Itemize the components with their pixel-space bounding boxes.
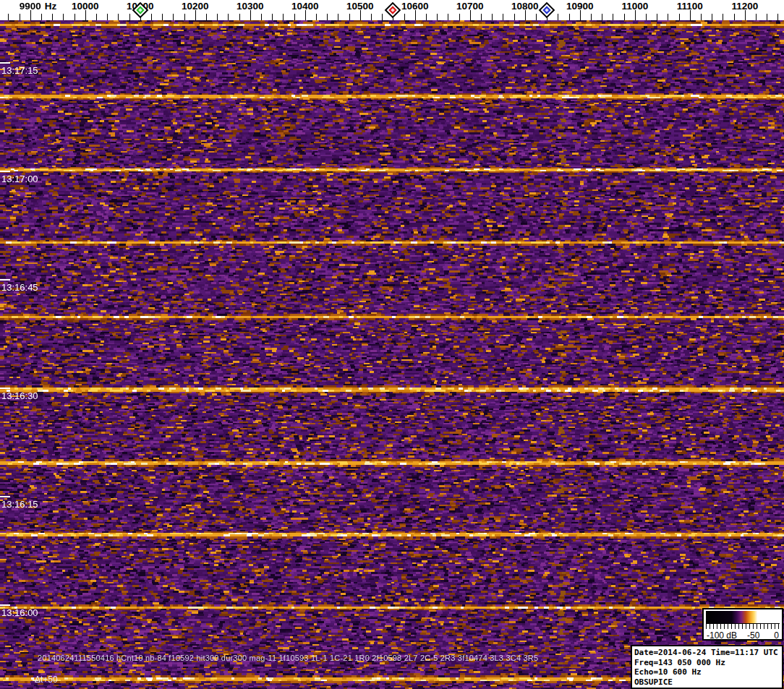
info-line-echo: Echo=10 600 Hz: [634, 667, 780, 677]
axis-major-tick: [525, 10, 526, 20]
red-freq-marker-icon[interactable]: [385, 2, 401, 19]
time-tick: [0, 62, 10, 64]
axis-minor-tick: [206, 14, 207, 20]
frequency-axis: 9900100001010010200103001040010500106001…: [0, 0, 784, 20]
axis-minor-tick: [503, 14, 503, 20]
info-line-station: OBSUPICE: [634, 677, 780, 688]
axis-minor-tick: [514, 14, 515, 20]
axis-minor-tick: [261, 14, 262, 20]
axis-label: 10500: [346, 1, 374, 12]
axis-label: 10000: [72, 1, 99, 12]
time-tick: [0, 171, 10, 172]
axis-minor-tick: [712, 14, 712, 20]
axis-minor-tick: [316, 14, 317, 20]
axis-major-tick: [305, 10, 306, 20]
axis-label: 9900: [20, 1, 41, 12]
axis-minor-tick: [349, 14, 350, 20]
axis-minor-tick: [602, 14, 602, 20]
axis-minor-tick: [767, 14, 767, 20]
axis-minor-tick: [283, 14, 284, 20]
axis-minor-tick: [239, 14, 240, 20]
axis-minor-tick: [107, 14, 108, 20]
axis-minor-tick: [459, 14, 460, 20]
time-tick: [0, 496, 10, 497]
axis-minor-tick: [437, 14, 438, 20]
axis-minor-tick: [777, 14, 778, 20]
intensity-legend: -100 dB -50 0: [702, 608, 783, 641]
time-tick: [0, 604, 10, 606]
time-tick: [0, 279, 10, 281]
time-label: 13:17:00: [1, 174, 38, 184]
delta-t-label: Δt+50: [35, 675, 58, 685]
axis-major-tick: [580, 10, 581, 20]
axis-minor-tick: [404, 14, 405, 20]
axis-minor-tick: [679, 14, 680, 20]
blue-freq-marker-icon[interactable]: [539, 2, 555, 19]
axis-minor-tick: [646, 14, 647, 20]
axis-major-tick: [360, 10, 361, 20]
axis-minor-tick: [613, 14, 613, 20]
axis-minor-tick: [338, 14, 338, 20]
legend-label-mid: -50: [747, 630, 759, 641]
axis-minor-tick: [569, 14, 570, 20]
axis-minor-tick: [20, 14, 20, 20]
time-label: 13:16:30: [1, 390, 38, 401]
axis-minor-tick: [536, 14, 537, 20]
info-line-date: Date=2014-06-24 Time=11:17 UTC: [634, 648, 780, 658]
axis-major-tick: [415, 10, 416, 20]
meteor-spectrogram-app: 9900100001010010200103001040010500106001…: [0, 0, 784, 689]
axis-minor-tick: [294, 14, 295, 20]
legend-label-min: -100 dB: [707, 630, 737, 641]
axis-minor-tick: [184, 14, 185, 20]
axis-minor-tick: [63, 14, 64, 20]
axis-label: 10600: [401, 1, 429, 12]
axis-major-tick: [250, 10, 251, 20]
axis-minor-tick: [272, 14, 273, 20]
axis-label: 10300: [237, 1, 264, 12]
time-label: 13:16:00: [1, 607, 38, 618]
axis-major-tick: [635, 10, 636, 20]
time-tick: [0, 388, 10, 389]
axis-major-tick: [30, 10, 31, 20]
axis-minor-tick: [734, 14, 735, 20]
axis-minor-tick: [668, 14, 668, 20]
axis-minor-tick: [723, 14, 723, 20]
axis-label: 10200: [182, 1, 209, 12]
axis-minor-tick: [151, 14, 152, 20]
axis-label: 10400: [291, 1, 319, 12]
axis-minor-tick: [217, 14, 218, 20]
legend-tick-row: [706, 623, 780, 630]
axis-minor-tick: [492, 14, 493, 20]
axis-minor-tick: [624, 14, 625, 20]
time-label: 13:16:45: [1, 282, 38, 293]
axis-label: 11100: [677, 1, 703, 12]
axis-minor-tick: [173, 14, 174, 20]
axis-minor-tick: [382, 14, 383, 20]
axis-minor-tick: [327, 14, 328, 20]
axis-minor-tick: [129, 14, 130, 20]
axis-minor-tick: [657, 14, 657, 20]
axis-minor-tick: [558, 14, 558, 20]
axis-minor-tick: [162, 14, 163, 20]
axis-minor-tick: [481, 14, 482, 20]
axis-minor-tick: [701, 14, 702, 20]
axis-label: 10800: [511, 1, 539, 12]
axis-label: 11000: [621, 1, 648, 12]
axis-minor-tick: [426, 14, 427, 20]
legend-label-max: 0: [774, 630, 779, 641]
axis-minor-tick: [96, 14, 97, 20]
axis-minor-tick: [591, 14, 592, 20]
axis-minor-tick: [448, 14, 448, 20]
axis-minor-tick: [8, 14, 9, 20]
axis-label: 10700: [456, 1, 484, 12]
axis-minor-tick: [228, 14, 229, 20]
time-label: 13:17:15: [1, 65, 38, 76]
axis-unit-label: Hz: [45, 1, 57, 12]
axis-minor-tick: [118, 14, 119, 20]
detection-info-text: 20140624111550416 hCnt10 nb-84 f10592 hi…: [38, 654, 538, 662]
axis-label: 10900: [566, 1, 594, 12]
axis-minor-tick: [41, 14, 42, 20]
axis-major-tick: [690, 10, 691, 20]
axis-major-tick: [85, 10, 86, 20]
axis-label: 11200: [731, 1, 758, 12]
